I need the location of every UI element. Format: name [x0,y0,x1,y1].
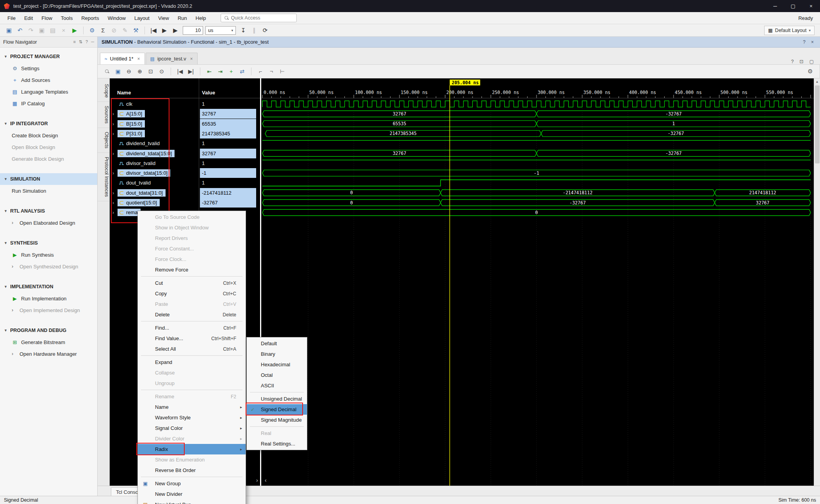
find-icon[interactable] [102,67,112,76]
context-menu-item-new-divider[interactable]: New Divider [138,489,246,499]
close-icon[interactable]: × [811,39,814,45]
expand-arrow-icon[interactable]: › [112,190,118,196]
quick-access-input[interactable] [231,15,288,21]
flow-item-ip-catalog[interactable]: ▦IP Catalog [0,98,97,109]
menubar-item-tools[interactable]: Tools [57,13,77,23]
radix-item-unsigned-decimal[interactable]: Unsigned Decimal [247,394,307,404]
signal-name-row-dout-tdata-31-0[interactable]: ›dout_tdata[31:0] [110,188,199,198]
flow-item-add-sources[interactable]: +Add Sources [0,74,97,86]
context-menu-item-expand[interactable]: Expand [138,357,246,367]
flow-item-generate-block-design[interactable]: Generate Block Design [0,153,97,165]
context-menu-item-find-value[interactable]: Find Value...Ctrl+Shift+F [138,333,246,344]
expand-arrow-icon[interactable]: › [112,210,118,215]
menubar-item-edit[interactable]: Edit [20,13,37,23]
float-icon[interactable]: ⊡ [800,59,804,64]
flow-section-implementation[interactable]: ▼IMPLEMENTATION [0,281,97,293]
waveform-canvas[interactable]: 0.000 ns50.000 ns100.000 ns150.000 ns200… [261,78,814,486]
next-transition-icon[interactable]: ⇥ [216,67,225,76]
swap-cursor-icon[interactable]: ⇄ [237,67,247,76]
relaunch-icon[interactable]: ⟳ [260,25,270,35]
expand-arrow-icon[interactable]: › [112,131,118,137]
side-tab-sources[interactable]: Sources [98,102,109,128]
context-menu-item-select-all[interactable]: Select AllCtrl+A [138,344,246,354]
flow-item-open-implemented-design[interactable]: ›Open Implemented Design [0,304,97,316]
save-wave-config-icon[interactable]: ▣ [113,67,123,76]
scrollbar-thumb[interactable] [815,85,820,163]
open-window-icon[interactable]: ▣ [4,25,14,35]
flow-item-run-synthesis[interactable]: ▶Run Synthesis [0,249,97,261]
context-menu-item-copy[interactable]: CopyCtrl+C [138,288,246,299]
radix-item-real-settings[interactable]: Real Settings... [247,438,307,449]
run-time-input[interactable] [183,26,203,35]
context-menu-item-find[interactable]: Find...Ctrl+F [138,323,246,333]
close-icon[interactable]: × [190,56,193,62]
context-menu-item-waveform-style[interactable]: Waveform Style▸ [138,412,246,423]
signal-name-row-a-15-0[interactable]: ›A[15:0] [110,109,199,119]
radix-item-signed-decimal[interactable]: ✓Signed Decimal [247,404,307,415]
time-unit-select[interactable]: us ▾ [205,26,236,35]
probe-icon[interactable]: ⚒ [131,25,141,35]
expand-arrow-icon[interactable]: › [112,151,118,156]
flow-item-create-block-design[interactable]: Create Block Design [0,130,97,141]
signal-name-row-b-15-0[interactable]: ›B[15:0] [110,119,199,129]
menubar-item-view[interactable]: View [154,13,173,23]
menubar-item-run[interactable]: Run [173,13,191,23]
signal-name-row-dividend-tvalid[interactable]: dividend_tvalid [110,138,199,148]
flow-section-project-manager[interactable]: ▼PROJECT MANAGER [0,51,97,62]
signal-name-row-quotient-15-0[interactable]: ›quotient[15:0] [110,198,199,208]
scroll-up-icon[interactable]: ▲ [814,78,820,85]
side-tab-objects[interactable]: Objects [98,128,109,153]
side-tab-protocol-instances[interactable]: Protocol Instances [98,153,109,201]
undo-icon[interactable]: ↶ [15,25,25,35]
flownav-settings-icon[interactable]: ≡ [73,39,75,44]
previous-transition-icon[interactable]: ⇤ [205,67,214,76]
context-menu-item-remove-force[interactable]: Remove Force [138,264,246,275]
menubar-item-file[interactable]: File [3,13,20,23]
context-menu-item-reverse-bit-order[interactable]: Reverse Bit Order [138,465,246,476]
flow-section-simulation[interactable]: ▼SIMULATION [0,173,97,185]
signal-name-row-dout-tvalid[interactable]: dout_tvalid [110,178,199,188]
side-tab-scope[interactable]: Scope [98,80,109,102]
vertical-scrollbar[interactable]: ▲ [814,78,820,486]
context-menu-item-new-virtual-bus[interactable]: ▤New Virtual Bus [138,499,246,504]
wave-settings-gear-icon[interactable]: ⚙ [806,67,815,76]
flow-section-ip-integrator[interactable]: ▼IP INTEGRATOR [0,118,97,130]
tab-ipcore-test-v[interactable]: ▤ipcore_test.v× [146,53,198,64]
context-menu-item-cut[interactable]: CutCtrl+X [138,278,246,288]
radix-item-octal[interactable]: Octal [247,370,307,380]
restart-icon[interactable]: |◀ [148,25,159,35]
expand-arrow-icon[interactable]: › [112,200,118,206]
add-marker-icon[interactable]: + [226,67,236,76]
snap-left-icon[interactable]: ⌐ [256,67,265,76]
expand-arrow-icon[interactable]: › [112,170,118,176]
flow-item-open-hardware-manager[interactable]: ›Open Hardware Manager [0,348,97,360]
tab-untitled-1[interactable]: ≈Untitled 1*× [100,53,145,64]
flow-item-run-simulation[interactable]: Run Simulation [0,185,97,197]
flownav-help-icon[interactable]: ? [86,39,88,44]
flow-item-open-block-design[interactable]: Open Block Design [0,141,97,153]
minimize-icon[interactable]: ─ [766,0,784,12]
signal-name-row-p-31-0[interactable]: ›P[31:0] [110,129,199,138]
flow-item-run-implementation[interactable]: ▶Run Implementation [0,293,97,304]
expand-arrow-icon[interactable]: › [112,111,118,117]
snap-range-icon[interactable]: ⊢ [278,67,287,76]
signal-name-row-divisor-tdata-15-0[interactable]: ›divisor_tdata[15:0] [110,168,199,178]
help-icon[interactable]: ? [791,59,794,64]
flownav-minimize-icon[interactable]: ─ [91,39,94,44]
maximize-icon[interactable]: ▢ [784,0,802,12]
snap-right-icon[interactable]: ¬ [267,67,276,76]
menubar-item-flow[interactable]: Flow [37,13,56,23]
signal-name-row-divisor-tvalid[interactable]: divisor_tvalid [110,158,199,168]
flow-item-generate-bitstream[interactable]: ⊞Generate Bitstream [0,336,97,348]
menubar-item-help[interactable]: Help [191,13,210,23]
radix-item-binary[interactable]: Binary [247,349,307,359]
zoom-fit-icon[interactable]: ⊡ [146,67,155,76]
signal-name-row-clk[interactable]: clk [110,99,199,109]
radix-item-default[interactable]: Default [247,338,307,349]
context-menu-item-radix[interactable]: Radix▸ [138,444,246,454]
close-icon[interactable]: × [137,56,140,62]
flow-item-language-templates[interactable]: ▤Language Templates [0,86,97,98]
radix-item-signed-magnitude[interactable]: Signed Magnitude [247,415,307,425]
help-icon[interactable]: ? [803,39,806,45]
run-icon[interactable]: ▶ [70,25,80,35]
